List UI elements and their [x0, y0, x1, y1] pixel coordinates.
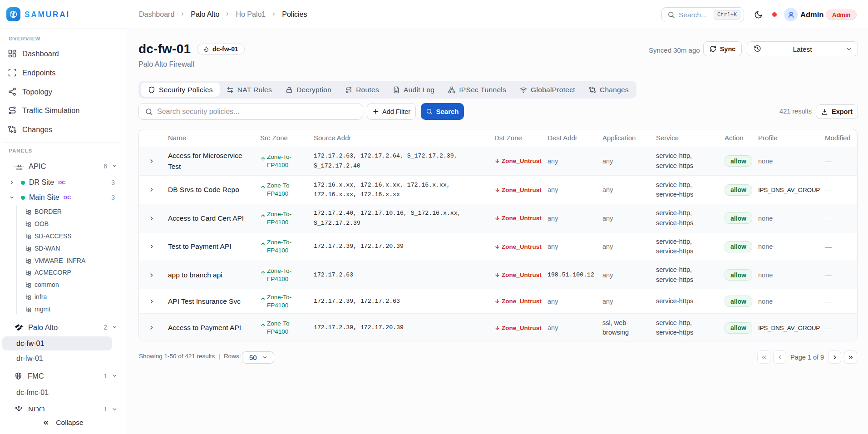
svg-text:cisco: cisco	[16, 168, 22, 170]
